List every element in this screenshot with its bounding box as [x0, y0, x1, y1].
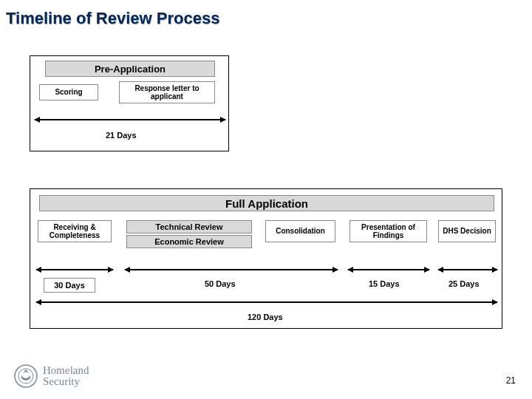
seal-icon [13, 364, 38, 389]
org-line1: Homeland [43, 365, 89, 376]
decision-box: DHS Decision [438, 220, 496, 242]
arrow-30 [36, 269, 113, 270]
org-line2: Security [43, 376, 89, 387]
page-number: 21 [506, 375, 516, 386]
pre-app-header: Pre-Application [45, 61, 215, 77]
full-app-header: Full Application [39, 195, 494, 211]
arrow-15 [348, 269, 429, 270]
arrow-120 [36, 301, 497, 303]
pre-application-panel: Pre-Application Scoring Response letter … [30, 55, 229, 151]
pre-duration: 21 Days [103, 130, 140, 140]
d120-label: 120 Days [245, 312, 286, 322]
technical-review-box: Technical Review [126, 220, 252, 233]
d50-label: 50 Days [205, 279, 236, 288]
economic-review-box: Economic Review [126, 235, 252, 248]
dhs-logo: Homeland Security [13, 364, 89, 389]
scoring-box: Scoring [39, 84, 98, 100]
consolidation-box: Consolidation [265, 220, 335, 242]
pre-arrow [35, 119, 225, 120]
page-title: Timeline of Review Process [0, 0, 532, 28]
presentation-box: Presentation of Findings [349, 220, 427, 242]
full-application-panel: Full Application Receiving & Completenes… [30, 188, 502, 329]
d30-label: 30 Days [44, 278, 95, 293]
d15-label: 15 Days [369, 279, 400, 288]
d25-label: 25 Days [449, 279, 480, 288]
receiving-box: Receiving & Completeness [38, 220, 112, 242]
response-letter-box: Response letter to applicant [119, 81, 215, 103]
arrow-50 [125, 269, 338, 270]
arrow-25 [438, 269, 497, 270]
